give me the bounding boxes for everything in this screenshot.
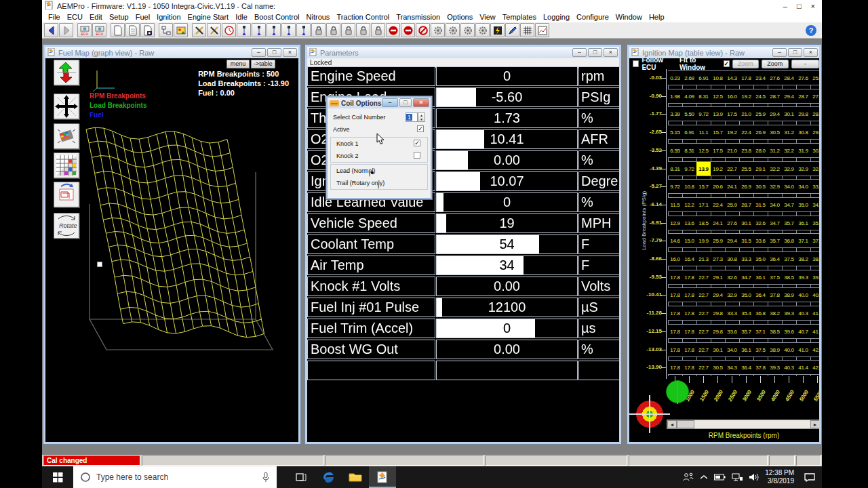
ignition-cell[interactable]: 30.5 bbox=[768, 125, 782, 140]
ignition-cell[interactable]: 8.31 bbox=[668, 161, 682, 176]
ignition-cell[interactable]: 15.7 bbox=[696, 179, 711, 194]
speaker-icon[interactable] bbox=[749, 473, 759, 481]
tools-toolbar-button[interactable] bbox=[192, 23, 206, 37]
plug-toolbar-button[interactable] bbox=[296, 23, 311, 37]
coil-options-titlebar[interactable]: Coil Options – □ × bbox=[328, 98, 431, 108]
action-center-icon[interactable] bbox=[804, 472, 815, 482]
ignition-cell[interactable]: 26.9 bbox=[753, 125, 768, 140]
ignition-cell[interactable]: 22.7 bbox=[725, 161, 739, 176]
fuel-map-canvas[interactable]: menu ->table RPM Breakpoints : 500 Load … bbox=[45, 58, 298, 442]
stop-toolbar-button[interactable] bbox=[401, 23, 415, 37]
ignition-cell[interactable]: 27.6 bbox=[796, 70, 810, 85]
ignition-cell[interactable]: 22.7 bbox=[696, 287, 711, 302]
minimize-button[interactable]: – bbox=[783, 2, 787, 10]
ignition-cell[interactable]: 40.3 bbox=[782, 360, 796, 375]
menu-logging[interactable]: Logging bbox=[540, 12, 573, 22]
docnew-toolbar-button[interactable] bbox=[111, 23, 125, 37]
ignition-cell[interactable]: 38.9 bbox=[782, 287, 796, 302]
ignition-cell[interactable]: 40.0 bbox=[796, 287, 810, 302]
ignition-cell[interactable]: 14.6 bbox=[668, 233, 682, 248]
ignition-cell[interactable]: 32.2 bbox=[782, 143, 796, 158]
ignition-cell[interactable]: 41.0 bbox=[796, 342, 810, 357]
ignition-cell[interactable]: 5.15 bbox=[668, 125, 682, 140]
parameter-row[interactable]: Coolant Temp54F bbox=[307, 235, 619, 254]
ignition-cell[interactable]: 25.5 bbox=[739, 161, 753, 176]
ignition-cell[interactable]: 31.5 bbox=[753, 197, 768, 212]
ignition-cell[interactable]: 37.5 bbox=[753, 342, 768, 357]
ignition-cell[interactable]: 36.4 bbox=[768, 251, 782, 266]
ignition-cell[interactable]: 29.4 bbox=[782, 89, 796, 104]
mesh-cursor-marker[interactable] bbox=[97, 262, 102, 267]
edge-icon[interactable] bbox=[315, 466, 342, 488]
ignition-cell[interactable]: 25.9 bbox=[810, 70, 819, 85]
task-view-button[interactable] bbox=[288, 466, 315, 488]
coil-maximize-button[interactable]: □ bbox=[399, 98, 412, 107]
ignition-minimize-button[interactable]: – bbox=[772, 48, 787, 57]
ignition-cell[interactable]: 16.4 bbox=[682, 251, 696, 266]
file-explorer-icon[interactable] bbox=[342, 466, 369, 488]
ignition-cell[interactable]: 25.9 bbox=[753, 106, 768, 121]
ignition-cell[interactable]: 15.7 bbox=[711, 125, 725, 140]
ignition-cell[interactable]: 28.7 bbox=[739, 197, 753, 212]
docopen-toolbar-button[interactable] bbox=[125, 23, 140, 37]
parameters-titlebar[interactable]: Parameters – □ × bbox=[307, 47, 619, 58]
spinner-arrows[interactable]: ▲▼ bbox=[418, 113, 425, 122]
ignition-cell[interactable]: 36.8 bbox=[753, 306, 768, 321]
plug-toolbar-button[interactable] bbox=[252, 23, 266, 37]
gear-toolbar-button[interactable] bbox=[475, 23, 490, 37]
ignition-cell[interactable]: 8.31 bbox=[682, 143, 696, 158]
docsave-toolbar-button[interactable] bbox=[140, 23, 155, 37]
ignition-cell[interactable]: 10.8 bbox=[711, 70, 725, 85]
coil-number-spinner[interactable]: 1 ▲▼ bbox=[406, 113, 425, 122]
ignition-cell[interactable]: 6.91 bbox=[696, 70, 711, 85]
ignition-cell[interactable]: 29.8 bbox=[810, 125, 819, 140]
ignition-cell[interactable]: 31.2 bbox=[768, 143, 782, 158]
ignition-cell[interactable]: 30.5 bbox=[753, 179, 768, 194]
menu-boost-control[interactable]: Boost Control bbox=[251, 12, 303, 22]
ignition-cell[interactable]: 37.8 bbox=[753, 360, 768, 375]
parameter-row[interactable]: Vehicle Speed19MPH bbox=[307, 214, 619, 233]
parameter-row[interactable]: Fuel Inj #01 Pulse12100µS bbox=[307, 298, 619, 317]
ignition-cell[interactable]: 8.31 bbox=[696, 89, 711, 104]
ignition-cell[interactable]: 38.9 bbox=[768, 342, 782, 357]
ignition-cell[interactable]: 22.7 bbox=[696, 306, 711, 321]
ignition-cell[interactable]: 6.55 bbox=[668, 143, 682, 158]
ignition-cell[interactable]: 28.0 bbox=[753, 143, 768, 158]
ignition-cell[interactable]: 27.3 bbox=[711, 251, 725, 266]
ignition-cell[interactable]: 35.0 bbox=[753, 251, 768, 266]
ignition-cell[interactable]: 41.4 bbox=[796, 360, 810, 375]
ignition-cell[interactable]: 30.1 bbox=[782, 106, 796, 121]
menu-ignition[interactable]: Ignition bbox=[153, 12, 184, 22]
rotate-3d-button[interactable] bbox=[54, 123, 79, 149]
ignition-cell[interactable]: 29.4 bbox=[768, 106, 782, 121]
ignition-cell[interactable]: 17.8 bbox=[682, 270, 696, 285]
ignition-cell[interactable]: 39.3 bbox=[782, 306, 796, 321]
ignition-cell[interactable]: 22.7 bbox=[696, 324, 711, 339]
ignition-cell[interactable]: 35.7 bbox=[768, 233, 782, 248]
ignition-cell[interactable]: 34.3 bbox=[725, 360, 739, 375]
ignition-cell[interactable]: 42.1 bbox=[810, 342, 819, 357]
ignition-cell[interactable]: 28.7 bbox=[768, 89, 782, 104]
ignition-cell[interactable]: 34.0 bbox=[768, 197, 782, 212]
menu-window[interactable]: Window bbox=[612, 12, 646, 22]
flip-page-button[interactable] bbox=[54, 182, 79, 207]
parameter-row[interactable]: Air Temp34F bbox=[307, 256, 619, 275]
ignition-cell[interactable]: 31.2 bbox=[782, 125, 796, 140]
gear-toolbar-button[interactable] bbox=[460, 23, 475, 37]
ignition-titlebar[interactable]: Ignition Map (table view) - Raw – □ × bbox=[629, 47, 819, 58]
ignition-cell[interactable]: 30.8 bbox=[725, 251, 739, 266]
menu-view[interactable]: View bbox=[476, 12, 499, 22]
ignition-cell[interactable]: 26.9 bbox=[739, 179, 753, 194]
ignition-cell[interactable]: 9.72 bbox=[696, 106, 711, 121]
scroll-right-arrow[interactable]: ► bbox=[810, 420, 819, 428]
ignition-cell[interactable]: 38.2 bbox=[796, 251, 810, 266]
ignition-cell[interactable]: 30.1 bbox=[739, 216, 753, 230]
menu-templates[interactable]: Templates bbox=[499, 12, 540, 22]
ignition-cell[interactable]: 16.0 bbox=[725, 89, 739, 104]
close-button[interactable]: × bbox=[811, 2, 815, 10]
ignition-cell[interactable]: 14.3 bbox=[725, 70, 739, 85]
ignition-cell[interactable]: 31.9 bbox=[796, 143, 810, 158]
ignition-cell[interactable]: 29.8 bbox=[796, 106, 810, 121]
search-input[interactable]: Type here to search bbox=[73, 466, 277, 488]
ignition-cell[interactable]: 33.6 bbox=[725, 324, 739, 339]
